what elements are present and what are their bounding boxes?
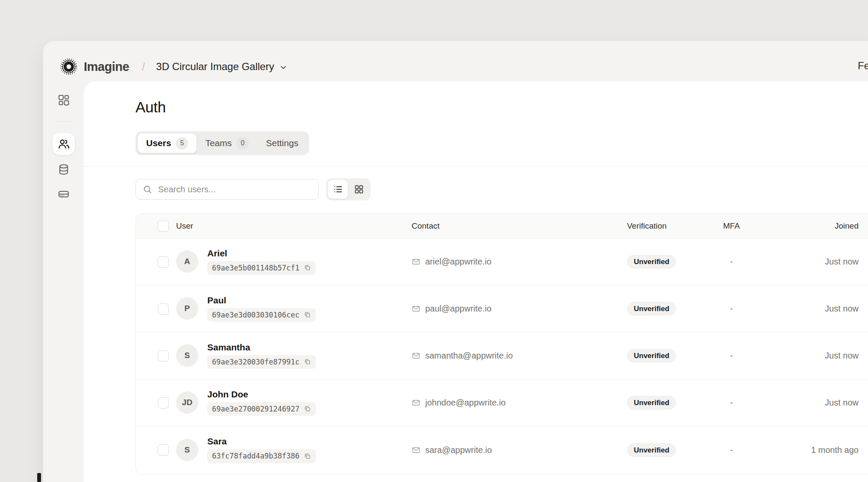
mfa-value: - [723,445,766,455]
sidebar-item-overview[interactable] [53,89,75,111]
tabs-divider [84,166,868,167]
database-icon [57,163,70,176]
user-id-chip[interactable]: 63fc78fadd4a9b38f386 [207,449,316,463]
tab-teams[interactable]: Teams 0 [197,133,257,153]
search-box [135,179,319,200]
copy-icon [304,358,311,365]
storage-icon [57,188,70,200]
copy-icon [304,405,311,412]
user-name: Paul [207,296,226,305]
verification-badge: Unverified [627,255,676,269]
user-name: Samantha [207,343,250,352]
window-header: Imagine / 3D Circular Image Gallery [43,41,868,82]
table-row[interactable]: S Samantha 69ae3e320030fe87991c [136,332,868,379]
user-id-chip[interactable]: 69ae3e320030fe87991c [207,355,316,369]
column-header-verification: Verification [627,221,723,231]
select-all-checkbox[interactable] [158,220,169,232]
user-name: Ariel [207,249,227,258]
search-icon [143,185,153,194]
mfa-value: - [723,304,766,314]
email-icon [412,398,421,407]
user-id-chip[interactable]: 69ae3e3d003030106cec [207,308,316,322]
user-id: 69ae3e5b001148b57cf1 [212,264,300,272]
tab-teams-label: Teams [205,138,232,148]
user-id: 69ae3e3d003030106cec [212,311,300,319]
users-icon [57,138,70,150]
brand-logo-icon [59,57,78,76]
table-row[interactable]: A Ariel 69ae3e5b001148b57cf1 [136,238,868,285]
content-panel: Auth Users 5 Teams 0 Settings [84,82,868,482]
user-id: 69ae3e27000291246927 [212,405,300,413]
grid-view-button[interactable] [349,180,369,199]
joined-value: Just now [766,398,859,408]
avatar: S [176,344,198,367]
tab-bar: Users 5 Teams 0 Settings [135,131,309,155]
row-checkbox[interactable] [158,303,169,314]
row-checkbox[interactable] [158,350,169,362]
user-id-chip[interactable]: 69ae3e27000291246927 [207,402,316,416]
user-id: 63fc78fadd4a9b38f386 [212,452,300,460]
page-title: Auth [135,99,166,116]
sidebar-divider [56,121,72,122]
project-switcher[interactable]: 3D Circular Image Gallery [156,61,288,73]
sidebar-item-databases[interactable] [53,159,75,181]
table-row[interactable]: S Sara 63fc78fadd4a9b38f386 [136,426,868,473]
tab-settings[interactable]: Settings [257,133,307,153]
mfa-value: - [723,398,766,408]
tab-settings-label: Settings [266,138,298,148]
joined-value: Just now [766,351,859,361]
table-header-row: User Contact Verification MFA Joined [136,214,868,238]
dashboard-grid-icon [57,94,70,106]
grid-view-icon [354,184,364,194]
table-row[interactable]: P Paul 69ae3e3d003030106cec [136,285,868,332]
sidebar [43,82,84,482]
user-email: sara@appwrite.io [425,445,492,455]
project-name: 3D Circular Image Gallery [156,61,274,73]
verification-badge: Unverified [627,443,676,457]
user-id-chip[interactable]: 69ae3e5b001148b57cf1 [207,261,316,275]
list-view-button[interactable] [328,180,348,199]
view-toggle [326,178,371,200]
brand-name: Imagine [84,60,129,74]
copy-icon [304,311,311,318]
table-row[interactable]: JD John Doe 69ae3e27000291246927 [136,379,868,426]
column-header-user: User [176,221,412,231]
email-icon [412,446,421,455]
verification-badge: Unverified [627,396,676,410]
tab-users-label: Users [146,138,171,148]
avatar: A [176,250,198,273]
copy-icon [304,453,311,460]
email-icon [412,351,421,360]
bottom-left-bar [37,473,41,482]
app-window: Imagine / 3D Circular Image Gallery Fe [43,41,868,482]
row-checkbox[interactable] [158,444,169,456]
column-header-joined: Joined [766,221,859,231]
joined-value: 1 month ago [766,445,859,455]
mfa-value: - [723,257,766,267]
user-name: Sara [207,437,227,446]
joined-value: Just now [766,304,859,314]
tab-users[interactable]: Users 5 [138,133,197,153]
sidebar-item-storage[interactable] [53,183,75,205]
user-email: samantha@appwrite.io [425,351,513,361]
avatar: S [176,439,198,461]
search-input[interactable] [158,185,312,194]
verification-badge: Unverified [627,349,676,363]
feedback-link[interactable]: Fe [858,60,868,72]
user-id: 69ae3e320030fe87991c [212,358,300,366]
row-checkbox[interactable] [158,397,169,409]
mfa-value: - [723,351,766,361]
user-email: paul@appwrite.io [425,304,491,314]
list-view-icon [333,184,343,194]
breadcrumb-separator: / [142,60,145,73]
avatar: P [176,297,198,320]
row-checkbox[interactable] [158,256,169,267]
column-header-contact: Contact [412,221,627,231]
tab-users-count-badge: 5 [176,137,188,150]
copy-icon [304,264,311,271]
users-table: User Contact Verification MFA Joined A A… [135,213,868,474]
chevron-down-icon [279,63,288,72]
tab-teams-count-badge: 0 [236,137,249,150]
brand[interactable]: Imagine [59,57,129,76]
sidebar-item-auth[interactable] [53,133,75,155]
